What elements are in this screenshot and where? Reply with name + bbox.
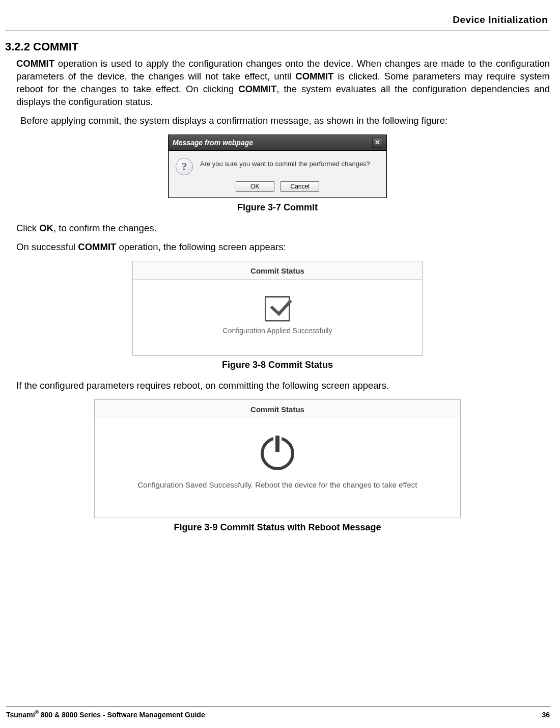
bold-commit-3: COMMIT [238, 84, 276, 94]
commit-status-body-1: Configuration Applied Successfully [133, 280, 422, 355]
page-footer: Tsunami® 800 & 8000 Series - Software Ma… [6, 710, 550, 719]
commit-status-body-2: Configuration Saved Successfully. Reboot… [95, 418, 460, 518]
cancel-button[interactable]: Cancel [281, 181, 319, 192]
footer-divider [6, 706, 550, 707]
text-confirm: , to confirm the changes. [53, 223, 157, 233]
header-divider [5, 31, 550, 31]
question-icon: ? [176, 158, 193, 175]
text-onsuccess-post: operation, the following screen appears: [116, 241, 286, 252]
confirm-dialog-message: Are you sure you want to commit the perf… [200, 158, 370, 168]
commit-status-panel-reboot: Commit Status Configuration Saved Succes… [94, 399, 461, 518]
paragraph-reboot-note: If the configured parameters requires re… [16, 380, 550, 392]
figure-caption-3: Figure 3-9 Commit Status with Reboot Mes… [5, 522, 550, 533]
commit-status-panel-success: Commit Status Configuration Applied Succ… [132, 261, 423, 356]
confirm-dialog-title-text: Message from webpage [173, 139, 253, 147]
confirm-dialog-buttons: OK Cancel [169, 181, 386, 198]
bold-commit-2: COMMIT [295, 71, 333, 82]
figure-caption-2: Figure 3-8 Commit Status [5, 360, 550, 370]
footer-title: 800 & 8000 Series - Software Management … [39, 711, 205, 719]
commit-status-message-2: Configuration Saved Successfully. Reboot… [95, 480, 460, 489]
confirm-dialog: Message from webpage ✕ ? Are you sure yo… [168, 134, 387, 198]
section-heading: 3.2.2 COMMIT [5, 40, 550, 53]
close-icon[interactable]: ✕ [372, 138, 382, 148]
figure-commit-status-reboot: Commit Status Configuration Saved Succes… [5, 399, 550, 518]
paragraph-click-ok: Click OK, to confirm the changes. [16, 222, 550, 235]
ok-button[interactable]: OK [236, 181, 274, 192]
paragraph-on-success: On successful COMMIT operation, the foll… [16, 241, 550, 254]
paragraph-commit-desc: COMMIT operation is used to apply the co… [16, 58, 550, 109]
footer-left: Tsunami® 800 & 8000 Series - Software Ma… [6, 710, 205, 719]
commit-status-title-1: Commit Status [133, 261, 422, 280]
footer-brand: Tsunami [6, 711, 35, 719]
figure-commit-dialog: Message from webpage ✕ ? Are you sure yo… [5, 134, 550, 198]
paragraph-before-commit: Before applying commit, the system displ… [20, 115, 550, 127]
bold-commit-1: COMMIT [16, 58, 54, 69]
text-onsuccess-pre: On successful [16, 241, 78, 252]
commit-status-message-1: Configuration Applied Successfully [133, 327, 422, 335]
text-click: Click [16, 223, 39, 233]
page-header-title: Device Initialization [5, 14, 550, 25]
figure-commit-status: Commit Status Configuration Applied Succ… [5, 261, 550, 356]
page-number: 36 [542, 711, 550, 719]
bold-ok: OK [39, 223, 53, 233]
registered-icon: ® [35, 710, 39, 715]
checkmark-icon [265, 296, 290, 321]
commit-status-title-2: Commit Status [95, 400, 460, 418]
confirm-dialog-titlebar: Message from webpage ✕ [169, 135, 386, 151]
figure-caption-1: Figure 3-7 Commit [5, 202, 550, 213]
power-icon [261, 437, 294, 470]
bold-commit-4: COMMIT [78, 241, 116, 252]
confirm-dialog-body: ? Are you sure you want to commit the pe… [169, 151, 386, 181]
